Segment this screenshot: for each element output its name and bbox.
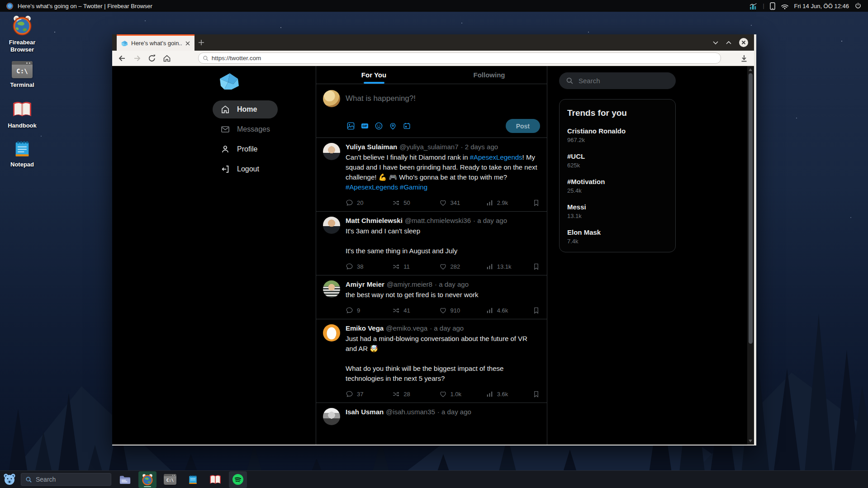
like-stat[interactable]: 282 <box>439 263 465 270</box>
trend-name[interactable]: #Motivation <box>567 178 668 185</box>
taskbar-handbook[interactable] <box>206 471 224 488</box>
hashtag-link[interactable]: #ApesexLegends <box>470 153 522 161</box>
hashtag-link[interactable]: #ApesexLegends <box>346 183 398 191</box>
trend-item[interactable]: Messi 13.1k <box>567 203 668 219</box>
avatar[interactable] <box>323 280 340 298</box>
trend-name[interactable]: Cristiano Ronaldo <box>567 127 668 135</box>
gif-icon[interactable]: GIF <box>360 122 369 130</box>
reply-stat[interactable]: 37 <box>346 390 372 398</box>
url-bar[interactable] <box>198 52 721 64</box>
emoji-icon[interactable] <box>375 122 383 130</box>
tab-for-you[interactable]: For You <box>316 66 432 84</box>
tab-close-icon[interactable] <box>185 41 190 46</box>
reload-button[interactable] <box>147 54 157 63</box>
tweet-author[interactable]: Yuliya Sulaiman <box>346 143 397 151</box>
desktop-icon-firebear-browser[interactable]: Fireabear Browser <box>0 15 44 54</box>
desktop-icon-handbook[interactable]: Handbook <box>0 100 44 129</box>
post-button[interactable]: Post <box>506 119 540 133</box>
download-button[interactable] <box>740 54 749 63</box>
taskbar-file-manager[interactable] <box>116 471 134 488</box>
phone-icon[interactable] <box>770 2 775 10</box>
taskbar-search-input[interactable] <box>36 476 99 483</box>
repost-stat[interactable]: 50 <box>392 199 418 207</box>
window-collapse-icon[interactable] <box>713 41 718 45</box>
tweet-author[interactable]: Matt Chmielewski <box>346 217 403 224</box>
composer-input[interactable] <box>346 90 540 103</box>
desktop-icon-notepad[interactable]: Notepad <box>0 139 44 168</box>
tweet[interactable]: Amiyr Meier @amiyr.meier8 · a day ago th… <box>316 275 547 319</box>
browser-tab[interactable]: Here's what's goin... <box>117 34 194 51</box>
trend-item[interactable]: #Motivation 25.4k <box>567 178 668 194</box>
media-icon[interactable] <box>346 122 355 130</box>
back-button[interactable] <box>118 54 127 63</box>
nav-item-logout[interactable]: Logout <box>213 160 278 178</box>
repost-stat[interactable]: 28 <box>392 390 418 398</box>
window-close-button[interactable] <box>739 38 748 47</box>
like-stat[interactable]: 341 <box>439 199 465 207</box>
nav-item-profile[interactable]: Profile <box>213 140 278 158</box>
wifi-icon[interactable] <box>781 3 789 9</box>
taskbar-spotify[interactable] <box>229 471 247 488</box>
tweet[interactable]: Yuliya Sulaiman @yuliya_sulaiman7 · 2 da… <box>316 138 547 212</box>
tweet-author[interactable]: Isah Usman <box>346 408 384 416</box>
bookmark-button[interactable] <box>532 199 540 207</box>
tweet-handle[interactable]: @amiyr.meier8 <box>387 280 432 288</box>
clock[interactable]: Fri 14 Jun, ÖÖ 12:46 <box>794 3 849 9</box>
like-stat[interactable]: 910 <box>439 307 465 314</box>
home-button[interactable] <box>162 54 171 63</box>
forward-button[interactable] <box>133 54 142 63</box>
trend-name[interactable]: Messi <box>567 203 668 211</box>
avatar[interactable] <box>323 408 340 425</box>
window-expand-icon[interactable] <box>726 41 731 45</box>
avatar[interactable] <box>323 324 340 341</box>
search-input[interactable] <box>579 77 655 85</box>
taskbar-search[interactable] <box>21 473 111 486</box>
repost-stat[interactable]: 41 <box>392 307 418 314</box>
scrollbar-thumb[interactable] <box>749 73 753 344</box>
trend-item[interactable]: #UCL 625k <box>567 152 668 169</box>
url-input[interactable] <box>212 55 716 62</box>
trend-name[interactable]: Elon Mask <box>567 228 668 236</box>
tweet-handle[interactable]: @isah.usman35 <box>386 408 435 416</box>
tweet-handle[interactable]: @matt.chmielewski36 <box>405 217 471 224</box>
like-stat[interactable]: 1.0k <box>439 390 465 398</box>
reply-stat[interactable]: 9 <box>346 307 372 314</box>
tweet-author[interactable]: Amiyr Meier <box>346 280 384 288</box>
views-stat[interactable]: 3.6k <box>486 390 512 398</box>
nav-item-messages[interactable]: Messages <box>213 120 278 138</box>
avatar[interactable] <box>323 217 340 234</box>
new-tab-button[interactable] <box>194 34 208 51</box>
hashtag-link[interactable]: #Gaming <box>400 183 427 191</box>
bookmark-button[interactable] <box>532 390 540 398</box>
tweet-handle[interactable]: @yuliya_sulaiman7 <box>399 143 458 151</box>
current-user-avatar[interactable] <box>323 90 340 107</box>
nav-item-home[interactable]: Home <box>213 100 278 118</box>
bookmark-button[interactable] <box>532 307 540 314</box>
repost-stat[interactable]: 11 <box>392 263 418 270</box>
reply-stat[interactable]: 38 <box>346 263 372 270</box>
desktop-icon-terminal[interactable]: C:\ Terminal <box>0 61 44 89</box>
views-stat[interactable]: 4.6k <box>486 307 512 314</box>
taskbar-firebear-browser[interactable] <box>138 471 157 488</box>
tweet[interactable]: Isah Usman @isah.usman35 · a day ago <box>316 403 547 430</box>
trend-item[interactable]: Cristiano Ronaldo 967.2k <box>567 127 668 143</box>
avatar[interactable] <box>323 143 340 160</box>
tweet-author[interactable]: Emiko Vega <box>346 324 384 332</box>
bookmark-button[interactable] <box>532 263 540 270</box>
location-icon[interactable] <box>389 122 397 130</box>
reply-stat[interactable]: 20 <box>346 199 372 207</box>
schedule-icon[interactable] <box>403 122 411 130</box>
taskbar-notepad[interactable] <box>184 471 202 488</box>
tweet[interactable]: Emiko Vega @emiko.vega · a day ago Just … <box>316 319 547 403</box>
scrollbar-down-arrow[interactable] <box>749 440 752 442</box>
twotter-search[interactable] <box>559 72 676 89</box>
power-icon[interactable] <box>854 2 862 9</box>
start-menu-bear-icon[interactable] <box>3 473 16 486</box>
system-monitor-icon[interactable] <box>749 3 757 9</box>
trend-name[interactable]: #UCL <box>567 152 668 160</box>
views-stat[interactable]: 2.9k <box>486 199 512 207</box>
scrollbar-up-arrow[interactable] <box>749 68 752 71</box>
trend-item[interactable]: Elon Mask 7.4k <box>567 228 668 245</box>
tweet-handle[interactable]: @emiko.vega <box>386 324 427 332</box>
taskbar-terminal[interactable]: C:\ <box>161 471 179 488</box>
